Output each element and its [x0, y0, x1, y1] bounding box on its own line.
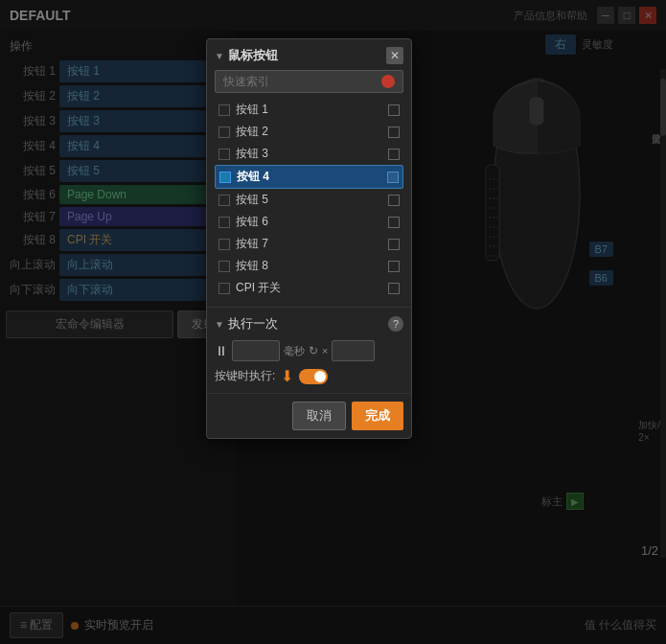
list-item-check-1	[218, 104, 230, 116]
section2-title: 执行一次	[228, 315, 278, 333]
dialog-close-button[interactable]: ✕	[386, 47, 403, 64]
cancel-button[interactable]: 取消	[292, 402, 346, 430]
search-input[interactable]	[223, 75, 357, 88]
list-item-box-cpi	[388, 283, 400, 294]
toggle-switch[interactable]	[299, 369, 328, 384]
list-item-btn8[interactable]: 按钮 8	[215, 255, 403, 277]
list-item-btn1[interactable]: 按钮 1	[215, 99, 403, 121]
list-item-box-4	[387, 172, 399, 183]
list-item-box-2	[388, 126, 400, 138]
list-item-box-5	[388, 195, 400, 206]
list-item-check-2	[218, 126, 230, 138]
list-item-box-8	[388, 261, 400, 272]
key-execute-row: 按键时执行: ⬇	[215, 367, 403, 385]
timer-input[interactable]	[232, 340, 280, 361]
timer-input2[interactable]	[332, 340, 375, 361]
list-item-btn5[interactable]: 按钮 5	[215, 189, 403, 211]
timer-unit: 毫秒	[284, 344, 305, 358]
list-item-check-7	[218, 239, 230, 250]
list-item-btn4[interactable]: 按钮 4	[215, 165, 403, 189]
section2-arrow-icon: ▼	[215, 319, 224, 330]
list-item-check-5	[218, 195, 230, 206]
mouse-buttons-section: ▼ 鼠标按钮 ✕ 按钮 1 按钮 2 按钮 3 按钮 4	[207, 39, 411, 308]
search-box[interactable]	[215, 70, 403, 93]
section1-header: ▼ 鼠标按钮 ✕	[215, 47, 403, 64]
dialog-buttons: 取消 完成	[207, 394, 411, 438]
record-button[interactable]	[381, 75, 395, 88]
timer-clear-button[interactable]: ×	[322, 345, 328, 356]
list-item-btn6[interactable]: 按钮 6	[215, 211, 403, 233]
confirm-button[interactable]: 完成	[352, 402, 403, 430]
section1-title: 鼠标按钮	[228, 47, 278, 64]
list-item-btn2[interactable]: 按钮 2	[215, 121, 403, 143]
list-item-check-8	[218, 261, 230, 272]
section1-arrow-icon: ▼	[215, 51, 224, 61]
list-item-btn3[interactable]: 按钮 3	[215, 143, 403, 165]
button-mapping-dialog: ▼ 鼠标按钮 ✕ 按钮 1 按钮 2 按钮 3 按钮 4	[206, 38, 412, 439]
list-item-box-7	[388, 239, 400, 250]
timer-row: ⏸ 毫秒 ↻ ×	[215, 340, 403, 361]
list-item-btn7[interactable]: 按钮 7	[215, 233, 403, 255]
help-button[interactable]: ?	[388, 316, 403, 332]
list-item-box-3	[388, 149, 400, 160]
pause-icon: ⏸	[215, 343, 228, 358]
list-item-box-6	[388, 217, 400, 228]
key-execute-label: 按键时执行:	[215, 368, 275, 384]
list-item-check-4	[219, 172, 231, 183]
execute-section: ▼ 执行一次 ? ⏸ 毫秒 ↻ × 按键时执行: ⬇	[207, 308, 411, 394]
refresh-icon[interactable]: ↻	[309, 344, 318, 357]
execute-header: ▼ 执行一次 ?	[215, 315, 403, 333]
list-item-check-cpi	[218, 283, 230, 294]
list-item-cpi[interactable]: CPI 开关	[215, 277, 403, 299]
toggle-down-icon: ⬇	[281, 367, 293, 385]
list-item-check-6	[218, 217, 230, 228]
list-item-box-1	[388, 104, 400, 116]
list-item-check-3	[218, 149, 230, 160]
